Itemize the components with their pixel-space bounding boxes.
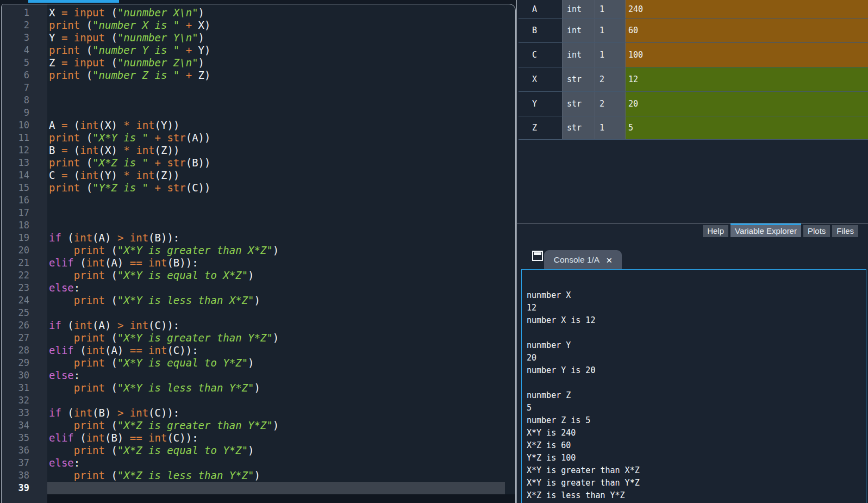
code-token: int	[86, 432, 105, 444]
code-line[interactable]: print ("X*Y is less than X*Z")	[49, 294, 515, 307]
variable-row-b[interactable]: Bint160	[519, 18, 868, 43]
pane-tab-help[interactable]: Help	[703, 225, 728, 237]
code-line[interactable]	[49, 482, 515, 494]
code-line[interactable]: print ("number X is " + X)	[49, 19, 515, 32]
code-token: "nunmber Y\n"	[117, 32, 198, 44]
code-line[interactable]	[49, 307, 515, 319]
code-token	[123, 232, 129, 244]
code-editor-panel[interactable]: 1234567891011121314151617181920212223242…	[1, 4, 516, 503]
code-line[interactable]: print ("X*Y is " + str(A))	[49, 132, 515, 144]
code-line[interactable]	[49, 82, 515, 94]
code-line[interactable]	[49, 107, 515, 119]
code-line[interactable]: if (int(A) > int(C)):	[49, 319, 515, 332]
code-line[interactable]: print ("X*Z is greater than Y*Z")	[49, 419, 515, 432]
variable-type-cell[interactable]: int	[563, 0, 595, 18]
pane-tab-files[interactable]: Files	[832, 225, 858, 237]
code-line[interactable]: print ("X*Y is equal to Y*Z")	[49, 357, 515, 369]
variable-size-cell[interactable]: 2	[595, 67, 626, 91]
code-line[interactable]	[49, 194, 515, 207]
code-line[interactable]	[49, 219, 515, 232]
code-line[interactable]: print ("X*Z is " + str(B))	[49, 157, 515, 169]
code-line[interactable]: print ("X*Y is less than Y*Z")	[49, 382, 515, 394]
variable-row-y[interactable]: Ystr220	[519, 92, 868, 116]
variable-name-cell[interactable]: Z	[519, 116, 563, 139]
code-line[interactable]: print ("X*Z is less than Y*Z")	[49, 469, 515, 482]
code-token: "X*Y is equal to Y*Z"	[117, 357, 248, 369]
editor-active-tab-indicator	[28, 0, 119, 3]
code-line[interactable]: if (int(A) > int(B)):	[49, 232, 515, 244]
code-line[interactable]: else:	[49, 457, 515, 469]
code-line[interactable]: print ("Y*Z is " + str(C))	[49, 182, 515, 194]
code-line[interactable]: X = input ("nunmber X\n")	[49, 7, 515, 19]
variable-val-cell[interactable]: 5	[626, 116, 868, 139]
code-line[interactable]: print ("number Y is " + Y)	[49, 44, 515, 57]
line-number: 18	[2, 219, 47, 232]
variable-row-c[interactable]: Cint1100	[519, 43, 868, 67]
variable-row-x[interactable]: Xstr212	[519, 67, 868, 92]
code-token: int	[136, 144, 154, 156]
variable-name-cell[interactable]: A	[519, 0, 563, 18]
browse-tabs-icon[interactable]	[532, 251, 543, 261]
code-token: print	[74, 294, 105, 306]
variable-name-cell[interactable]: C	[519, 43, 563, 67]
variable-type-cell[interactable]: str	[563, 67, 595, 91]
tab-console-1a[interactable]: Console 1/A ×	[544, 250, 622, 270]
close-icon[interactable]: ×	[606, 255, 612, 265]
code-line[interactable]: elif (int(A) == int(B)):	[49, 257, 515, 269]
variable-name-cell[interactable]: Y	[519, 92, 563, 116]
variable-type-cell[interactable]: int	[563, 18, 595, 42]
pane-tab-plots[interactable]: Plots	[803, 225, 830, 237]
line-number: 15	[2, 182, 47, 194]
code-line[interactable]: elif (int(A) == int(C)):	[49, 344, 515, 357]
code-token: *	[123, 169, 129, 181]
code-token: (A))	[186, 132, 211, 144]
pane-tab-variable-explorer[interactable]: Variable Explorer	[730, 223, 801, 237]
code-line[interactable]: else:	[49, 282, 515, 294]
code-line[interactable]: C = (int(Y) * int(Z))	[49, 169, 515, 182]
variable-size-cell[interactable]: 2	[595, 92, 626, 116]
variable-val-cell[interactable]: 12	[626, 67, 868, 91]
code-token: (X)	[99, 119, 124, 131]
console-line: number X is 12	[527, 314, 866, 327]
variable-val-cell[interactable]: 60	[626, 18, 868, 42]
variable-val-cell[interactable]: 240	[626, 0, 868, 18]
code-line[interactable]: Y = input ("nunmber Y\n")	[49, 32, 515, 44]
code-line[interactable]: print ("X*Z is equal to Y*Z")	[49, 444, 515, 457]
code-line[interactable]	[49, 207, 515, 219]
variable-type-cell[interactable]: str	[563, 116, 595, 139]
code-line[interactable]: A = (int(X) * int(Y))	[49, 119, 515, 132]
code-line[interactable]	[49, 394, 515, 407]
variable-name-cell[interactable]: B	[519, 18, 563, 42]
editor-code-area[interactable]: X = input ("nunmber X\n")print ("number …	[47, 4, 515, 494]
code-line[interactable]: if (int(B) > int(C)):	[49, 407, 515, 419]
variable-name-cell[interactable]: X	[519, 67, 563, 91]
code-token: )	[273, 419, 279, 431]
code-token	[179, 69, 185, 81]
code-line[interactable]	[49, 94, 515, 107]
variable-size-cell[interactable]: 1	[595, 116, 626, 139]
variable-row-z[interactable]: Zstr15	[519, 116, 868, 140]
code-line[interactable]: else:	[49, 369, 515, 382]
code-token: "X*Y is "	[92, 132, 148, 144]
variable-size-cell[interactable]: 1	[595, 18, 626, 42]
variable-row-a[interactable]: Aint1240	[519, 0, 868, 18]
code-token	[49, 332, 74, 344]
variable-type-cell[interactable]: int	[563, 43, 595, 67]
variable-size-cell[interactable]: 1	[595, 0, 626, 18]
code-line[interactable]: B = (int(X) * int(Z))	[49, 144, 515, 157]
variable-type-cell[interactable]: str	[563, 92, 595, 116]
variable-val-cell[interactable]: 100	[626, 43, 868, 67]
code-line[interactable]: print ("number Z is " + Z)	[49, 69, 515, 82]
variable-val-cell[interactable]: 20	[626, 92, 868, 116]
code-token	[67, 57, 73, 69]
code-line[interactable]: elif (int(B) == int(C)):	[49, 432, 515, 444]
code-line[interactable]: Z = input ("nunmber Z\n")	[49, 57, 515, 69]
code-line[interactable]: print ("X*Y is greater than Y*Z")	[49, 332, 515, 344]
code-line[interactable]: print ("X*Y is equal to X*Z")	[49, 269, 515, 282]
editor-horizontal-scrollbar[interactable]	[47, 494, 515, 503]
code-line[interactable]: print ("X*Y is greater than X*Z")	[49, 244, 515, 257]
console-line	[527, 327, 866, 339]
variable-size-cell[interactable]: 1	[595, 43, 626, 67]
code-token: >	[117, 319, 123, 331]
console-pane[interactable]: nunmber X12number X is 12nunmber Y20numb…	[521, 269, 866, 503]
